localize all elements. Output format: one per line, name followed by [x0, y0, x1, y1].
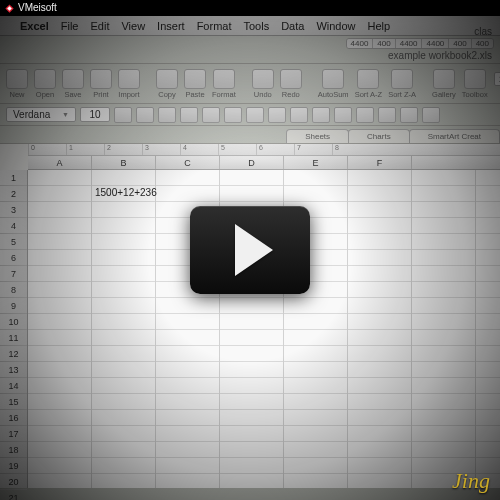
tb-gallery[interactable]: Gallery: [432, 69, 456, 99]
zoom-value[interactable]: 100%: [494, 72, 500, 86]
row-20[interactable]: 20: [0, 474, 27, 490]
tb-paste[interactable]: Paste: [184, 69, 206, 99]
tb-open[interactable]: Open: [34, 69, 56, 99]
row-4[interactable]: 4: [0, 218, 27, 234]
merge-button[interactable]: [246, 107, 264, 123]
text-color-button[interactable]: [422, 107, 440, 123]
row-headers[interactable]: 1234567891011121314151617181920212223242…: [0, 170, 28, 488]
document-header: clas 4400 400 4400 4400 400 400 example …: [0, 36, 500, 64]
col-c[interactable]: C: [156, 156, 220, 169]
menu-view[interactable]: View: [121, 20, 145, 32]
tb-copy[interactable]: Copy: [156, 69, 178, 99]
col-d[interactable]: D: [220, 156, 284, 169]
row-3[interactable]: 3: [0, 202, 27, 218]
row-21[interactable]: 21: [0, 490, 27, 500]
view-pills[interactable]: 4400 400 4400 4400 400 400: [346, 38, 494, 49]
tb-redo[interactable]: Redo: [280, 69, 302, 99]
paste-icon: [184, 69, 206, 89]
tb-undo[interactable]: Undo: [252, 69, 274, 99]
col-a[interactable]: A: [28, 156, 92, 169]
row-7[interactable]: 7: [0, 266, 27, 282]
tb-autosum[interactable]: AutoSum: [318, 69, 349, 99]
row-11[interactable]: 11: [0, 330, 27, 346]
sort-az-icon: [357, 69, 379, 89]
percent-button[interactable]: [290, 107, 308, 123]
open-icon: [34, 69, 56, 89]
row-13[interactable]: 13: [0, 362, 27, 378]
row-8[interactable]: 8: [0, 282, 27, 298]
play-button[interactable]: [190, 206, 310, 294]
row-12[interactable]: 12: [0, 346, 27, 362]
row-14[interactable]: 14: [0, 378, 27, 394]
tb-print[interactable]: Print: [90, 69, 112, 99]
menu-insert[interactable]: Insert: [157, 20, 185, 32]
align-right-button[interactable]: [224, 107, 242, 123]
align-left-button[interactable]: [180, 107, 198, 123]
brand-bar: VMeisoft: [0, 0, 500, 16]
col-e[interactable]: E: [284, 156, 348, 169]
row-19[interactable]: 19: [0, 458, 27, 474]
sort-za-icon: [391, 69, 413, 89]
menu-window[interactable]: Window: [316, 20, 355, 32]
tb-zoom[interactable]: 100%Zoom: [494, 72, 500, 96]
import-icon: [118, 69, 140, 89]
row-6[interactable]: 6: [0, 250, 27, 266]
row-17[interactable]: 17: [0, 426, 27, 442]
menu-tools[interactable]: Tools: [243, 20, 269, 32]
cell-b2[interactable]: 1500+12+236: [92, 186, 160, 199]
comma-button[interactable]: [312, 107, 330, 123]
tb-format[interactable]: Format: [212, 69, 236, 99]
menu-format[interactable]: Format: [197, 20, 232, 32]
font-name: Verdana: [13, 109, 50, 120]
font-select[interactable]: Verdana ▼: [6, 107, 76, 122]
borders-button[interactable]: [378, 107, 396, 123]
align-center-button[interactable]: [202, 107, 220, 123]
col-b[interactable]: B: [92, 156, 156, 169]
menu-app[interactable]: Excel: [20, 20, 49, 32]
currency-button[interactable]: [268, 107, 286, 123]
format-icon: [213, 69, 235, 89]
autosum-icon: [322, 69, 344, 89]
row-9[interactable]: 9: [0, 298, 27, 314]
menu-help[interactable]: Help: [368, 20, 391, 32]
row-18[interactable]: 18: [0, 442, 27, 458]
standard-toolbar: New Open Save Print Import Copy Paste Fo…: [0, 64, 500, 104]
mac-menu-bar: Excel File Edit View Insert Format Tools…: [0, 16, 500, 36]
row-16[interactable]: 16: [0, 410, 27, 426]
tab-charts[interactable]: Charts: [348, 129, 410, 143]
menu-edit[interactable]: Edit: [90, 20, 109, 32]
jing-watermark: Jing: [452, 468, 490, 494]
row-5[interactable]: 5: [0, 234, 27, 250]
toolbox-icon: [464, 69, 486, 89]
format-toolbar: Verdana ▼ 10: [0, 104, 500, 126]
tab-smartart[interactable]: SmartArt Creat: [409, 129, 500, 143]
menu-file[interactable]: File: [61, 20, 79, 32]
tb-save[interactable]: Save: [62, 69, 84, 99]
copy-icon: [156, 69, 178, 89]
italic-button[interactable]: [136, 107, 154, 123]
menu-data[interactable]: Data: [281, 20, 304, 32]
tb-sort-za[interactable]: Sort Z-A: [388, 69, 416, 99]
tab-sheets[interactable]: Sheets: [286, 129, 349, 143]
tb-sort-az[interactable]: Sort A-Z: [355, 69, 383, 99]
fill-color-button[interactable]: [400, 107, 418, 123]
gallery-icon: [433, 69, 455, 89]
decrease-decimal-button[interactable]: [334, 107, 352, 123]
tb-import[interactable]: Import: [118, 69, 140, 99]
row-15[interactable]: 15: [0, 394, 27, 410]
underline-button[interactable]: [158, 107, 176, 123]
document-filename: example workbook2.xls: [388, 50, 492, 61]
new-icon: [6, 69, 28, 89]
font-size-select[interactable]: 10: [80, 107, 110, 122]
row-1[interactable]: 1: [0, 170, 27, 186]
tb-toolbox[interactable]: Toolbox: [462, 69, 488, 99]
row-10[interactable]: 10: [0, 314, 27, 330]
print-icon: [90, 69, 112, 89]
spreadsheet-area[interactable]: 012345678 A B C D E F 123456789101112131…: [0, 144, 500, 488]
column-headers[interactable]: A B C D E F: [28, 156, 500, 170]
increase-decimal-button[interactable]: [356, 107, 374, 123]
col-f[interactable]: F: [348, 156, 412, 169]
row-2[interactable]: 2: [0, 186, 27, 202]
bold-button[interactable]: [114, 107, 132, 123]
tb-new[interactable]: New: [6, 69, 28, 99]
